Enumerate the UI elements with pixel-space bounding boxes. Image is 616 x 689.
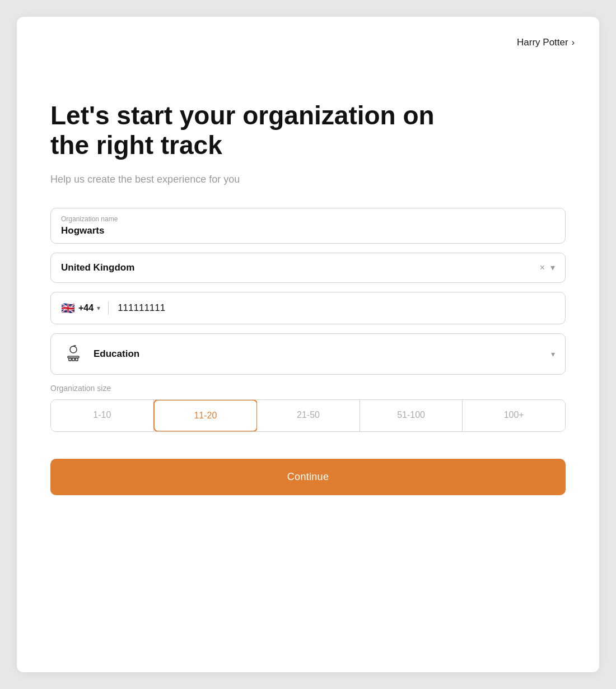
country-group: United Kingdom × ▾: [50, 253, 566, 283]
phone-group: 🇬🇧 +44 ▾ 111111111: [50, 292, 566, 324]
org-name-value: Hogwarts: [61, 225, 555, 236]
org-name-group: Organization name Hogwarts: [50, 208, 566, 244]
size-option-11-20[interactable]: 11-20: [153, 399, 258, 432]
industry-icon-box: [61, 342, 86, 366]
org-name-label: Organization name: [61, 215, 555, 223]
country-dropdown-icon[interactable]: ▾: [550, 262, 555, 273]
chevron-right-icon: ›: [572, 38, 575, 48]
main-card: Harry Potter › Let's start your organiza…: [17, 17, 599, 672]
phone-input[interactable]: 🇬🇧 +44 ▾ 111111111: [50, 292, 566, 324]
svg-rect-2: [69, 358, 71, 361]
org-size-label: Organization size: [50, 384, 566, 393]
phone-code: +44: [78, 303, 94, 313]
industry-value: Education: [94, 348, 551, 360]
size-option-51-100[interactable]: 51-100: [360, 400, 463, 431]
svg-point-0: [70, 346, 77, 353]
country-select[interactable]: United Kingdom × ▾: [50, 253, 566, 283]
size-option-100-plus[interactable]: 100+: [463, 400, 565, 431]
phone-code-dropdown-icon[interactable]: ▾: [97, 304, 100, 312]
industry-select[interactable]: Education ▾: [50, 333, 566, 375]
continue-button[interactable]: Continue: [50, 459, 566, 495]
org-size-options: 1-10 11-20 21-50 51-100 100+: [50, 399, 566, 432]
industry-dropdown-icon: ▾: [551, 350, 555, 359]
industry-group: Education ▾: [50, 333, 566, 375]
phone-flag-section[interactable]: 🇬🇧 +44 ▾: [61, 301, 109, 315]
user-menu[interactable]: Harry Potter ›: [517, 37, 575, 48]
org-size-group: Organization size 1-10 11-20 21-50 51-10…: [50, 384, 566, 432]
page-subtitle: Help us create the best experience for y…: [50, 174, 566, 185]
phone-number: 111111111: [118, 302, 555, 314]
user-name: Harry Potter: [517, 37, 568, 48]
org-name-input[interactable]: Organization name Hogwarts: [50, 208, 566, 244]
country-clear-icon[interactable]: ×: [540, 263, 545, 273]
page-headline: Let's start your organization on the rig…: [50, 101, 476, 160]
size-option-21-50[interactable]: 21-50: [257, 400, 360, 431]
uk-flag-icon: 🇬🇧: [61, 301, 75, 315]
size-option-1-10[interactable]: 1-10: [51, 400, 154, 431]
country-value: United Kingdom: [61, 262, 134, 273]
main-content: Let's start your organization on the rig…: [39, 101, 577, 495]
country-actions: × ▾: [540, 262, 555, 273]
education-icon: [63, 344, 83, 364]
svg-rect-3: [72, 358, 74, 361]
svg-rect-4: [76, 358, 78, 361]
